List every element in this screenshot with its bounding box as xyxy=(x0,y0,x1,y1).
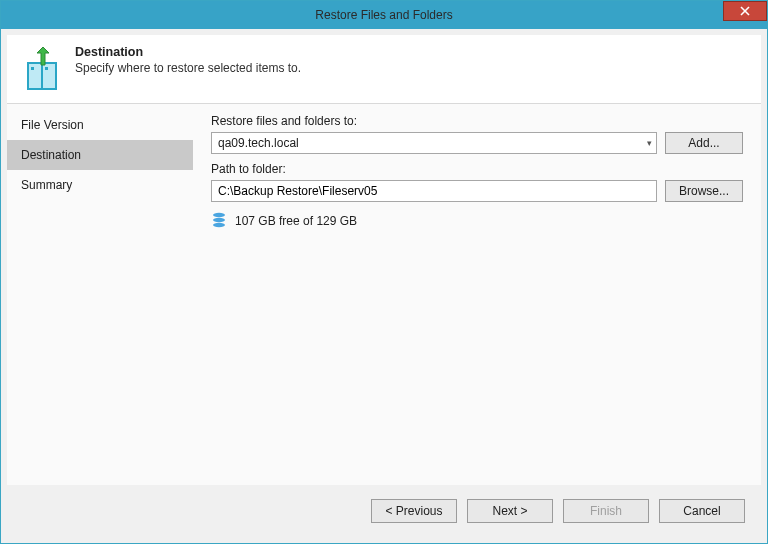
chevron-down-icon: ▾ xyxy=(647,138,652,148)
header-text: Destination Specify where to restore sel… xyxy=(75,45,301,75)
svg-point-7 xyxy=(213,218,225,222)
page-title: Destination xyxy=(75,45,301,59)
wizard-body: File Version Destination Summary Restore… xyxy=(7,103,761,485)
path-input[interactable] xyxy=(211,180,657,202)
wizard-main: Restore files and folders to: qa09.tech.… xyxy=(193,104,761,485)
browse-button-label: Browse... xyxy=(679,184,729,198)
wizard-header: Destination Specify where to restore sel… xyxy=(7,35,761,103)
page-subtitle: Specify where to restore selected items … xyxy=(75,61,301,75)
host-combobox[interactable]: qa09.tech.local ▾ xyxy=(211,132,657,154)
finish-button[interactable]: Finish xyxy=(563,499,649,523)
svg-point-8 xyxy=(213,223,225,227)
svg-rect-4 xyxy=(31,67,34,70)
destination-icon xyxy=(17,45,65,93)
previous-button[interactable]: < Previous xyxy=(371,499,457,523)
sidebar-item-label: Summary xyxy=(21,178,72,192)
close-button[interactable] xyxy=(723,1,767,21)
sidebar-item-label: Destination xyxy=(21,148,81,162)
sidebar-item-destination[interactable]: Destination xyxy=(7,140,193,170)
svg-rect-3 xyxy=(42,63,56,89)
close-icon xyxy=(740,6,750,16)
svg-rect-5 xyxy=(45,67,48,70)
cancel-button-label: Cancel xyxy=(683,504,720,518)
svg-point-6 xyxy=(213,213,225,217)
titlebar: Restore Files and Folders xyxy=(1,1,767,29)
add-button-label: Add... xyxy=(688,136,719,150)
finish-button-label: Finish xyxy=(590,504,622,518)
disk-free-row: 107 GB free of 129 GB xyxy=(211,212,743,230)
cancel-button[interactable]: Cancel xyxy=(659,499,745,523)
wizard-window: Restore Files and Folders Destination xyxy=(0,0,768,544)
next-button[interactable]: Next > xyxy=(467,499,553,523)
browse-button[interactable]: Browse... xyxy=(665,180,743,202)
disk-free-text: 107 GB free of 129 GB xyxy=(235,214,357,228)
disk-stack-icon xyxy=(211,212,227,230)
wizard-inner: Destination Specify where to restore sel… xyxy=(7,35,761,537)
add-button[interactable]: Add... xyxy=(665,132,743,154)
previous-button-label: < Previous xyxy=(385,504,442,518)
restore-to-label: Restore files and folders to: xyxy=(211,114,743,128)
svg-rect-2 xyxy=(28,63,42,89)
wizard-footer: < Previous Next > Finish Cancel xyxy=(7,485,761,537)
wizard-steps-sidebar: File Version Destination Summary xyxy=(7,104,193,485)
next-button-label: Next > xyxy=(492,504,527,518)
sidebar-item-summary[interactable]: Summary xyxy=(7,170,193,200)
window-title: Restore Files and Folders xyxy=(1,8,767,22)
path-label: Path to folder: xyxy=(211,162,743,176)
sidebar-item-label: File Version xyxy=(21,118,84,132)
sidebar-item-file-version[interactable]: File Version xyxy=(7,110,193,140)
host-combobox-value: qa09.tech.local xyxy=(218,136,299,150)
